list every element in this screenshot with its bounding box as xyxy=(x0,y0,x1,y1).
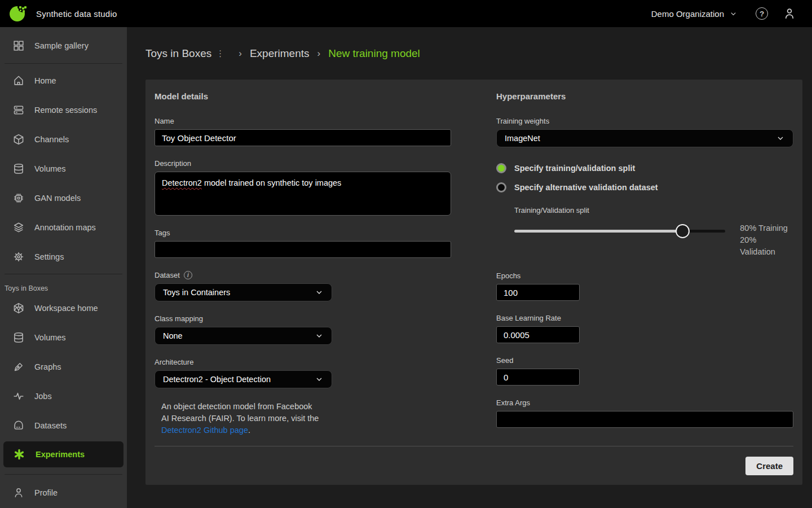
sidebar-item-label: Graphs xyxy=(34,362,61,371)
split-slider-thumb[interactable] xyxy=(676,224,690,238)
radio-alt-validation-option[interactable]: Specify alternative validation dataset xyxy=(496,182,793,192)
sidebar-item-experiments[interactable]: Experiments xyxy=(3,441,123,467)
gear-icon xyxy=(12,251,25,263)
sidebar-item-label: Experiments xyxy=(36,450,85,459)
split-slider[interactable] xyxy=(514,224,725,238)
architecture-selected-value: Detectron2 - Object Detection xyxy=(163,375,271,384)
breadcrumb: Toys in Boxes ⋮ › Experiments › New trai… xyxy=(145,27,802,80)
split-slider-label: Training/Validation split xyxy=(514,206,793,214)
sidebar-divider xyxy=(5,274,122,274)
server-icon xyxy=(12,104,25,116)
radio-label: Specify training/validation split xyxy=(514,164,635,173)
sidebar-item-settings[interactable]: Settings xyxy=(0,242,127,271)
name-label: Name xyxy=(155,117,451,125)
architecture-select[interactable]: Detectron2 - Object Detection xyxy=(155,370,332,388)
cube-icon xyxy=(12,133,25,146)
info-icon[interactable]: i xyxy=(184,271,192,279)
help-button[interactable]: ? xyxy=(756,7,768,20)
new-model-form-card: Model details Name Description Detectron… xyxy=(145,80,802,485)
description-label: Description xyxy=(155,159,451,168)
pen-nib-icon xyxy=(12,361,25,373)
sidebar-item-label: Sample gallery xyxy=(34,41,89,50)
breadcrumb-section[interactable]: Experiments xyxy=(250,47,310,60)
radio-selected-icon xyxy=(496,163,506,173)
seed-label: Seed xyxy=(496,356,793,365)
chevron-down-icon xyxy=(315,331,324,340)
seed-input[interactable] xyxy=(496,369,580,386)
sidebar-item-label: Jobs xyxy=(34,392,52,401)
architecture-help-prefix: An object detection model from Facebook … xyxy=(161,402,319,423)
description-text: model trained on synthetic toy images xyxy=(202,178,341,187)
sidebar-item-label: Settings xyxy=(34,252,64,261)
kebab-menu-icon[interactable]: ⋮ xyxy=(216,49,224,59)
workspace-section-label: Toys in Boxes xyxy=(0,277,127,294)
name-input[interactable] xyxy=(155,129,451,146)
epochs-label: Epochs xyxy=(496,271,793,280)
organization-dropdown[interactable]: Demo Organization xyxy=(651,9,738,19)
chevron-down-icon xyxy=(315,375,324,384)
extra-args-label: Extra Args xyxy=(496,398,793,407)
training-weights-select[interactable]: ImageNet xyxy=(496,129,793,147)
chevron-down-icon xyxy=(776,134,785,143)
description-misspelled-text: Detectron2 xyxy=(162,178,202,187)
dataset-select[interactable]: Toys in Containers xyxy=(155,283,332,301)
hyperparameters-heading: Hyperparameters xyxy=(496,91,793,101)
sidebar-item-label: Volumes xyxy=(34,333,66,342)
tags-label: Tags xyxy=(155,229,451,237)
sidebar-item-annotation-maps[interactable]: Annotation maps xyxy=(0,213,127,242)
architecture-help-text: An object detection model from Facebook … xyxy=(161,401,320,436)
sidebar-item-ws-volumes[interactable]: Volumes xyxy=(0,323,127,352)
sidebar-item-gan-models[interactable]: GAN models xyxy=(0,183,127,213)
sidebar-item-sample-gallery[interactable]: Sample gallery xyxy=(0,30,127,61)
sidebar-item-channels[interactable]: Channels xyxy=(0,125,127,154)
sidebar-item-label: Workspace home xyxy=(34,304,98,313)
sidebar-item-label: Profile xyxy=(34,488,58,497)
training-percent-label: 80% Training xyxy=(740,222,793,234)
user-menu-button[interactable] xyxy=(783,7,796,20)
app-title: Synthetic data studio xyxy=(36,9,117,19)
tags-input[interactable] xyxy=(155,241,451,258)
radio-split-option[interactable]: Specify training/validation split xyxy=(496,163,793,173)
create-button[interactable]: Create xyxy=(745,457,793,475)
sidebar-item-label: Volumes xyxy=(34,164,66,173)
breadcrumb-separator: › xyxy=(317,48,321,59)
dataset-selected-value: Toys in Containers xyxy=(163,288,230,297)
sidebar-item-label: Datasets xyxy=(34,421,67,430)
detectron2-github-link[interactable]: Detectron2 Github page xyxy=(161,426,248,435)
sidebar-item-datasets[interactable]: Datasets xyxy=(0,411,127,440)
chevron-down-icon xyxy=(729,10,738,18)
base-learning-rate-input[interactable] xyxy=(496,326,580,343)
epochs-input[interactable] xyxy=(496,284,580,301)
sidebar-item-workspace-home[interactable]: Workspace home xyxy=(0,294,127,323)
database-icon xyxy=(12,163,25,175)
sidebar-item-remote-sessions[interactable]: Remote sessions xyxy=(0,95,127,125)
sidebar-item-graphs[interactable]: Graphs xyxy=(0,352,127,382)
split-slider-fill xyxy=(514,230,683,233)
sidebar-item-jobs[interactable]: Jobs xyxy=(0,382,127,411)
geodesic-icon xyxy=(12,302,25,314)
class-mapping-select[interactable]: None xyxy=(155,327,332,345)
validation-percent-label: 20% Validation xyxy=(740,234,793,258)
radio-unselected-icon xyxy=(496,182,506,192)
sidebar-item-label: Remote sessions xyxy=(34,106,97,115)
sidebar-item-label: Home xyxy=(34,76,56,85)
sidebar-item-label: Channels xyxy=(34,135,69,144)
extra-args-input[interactable] xyxy=(496,411,793,428)
sidebar-item-label: GAN models xyxy=(34,194,81,203)
sidebar-item-home[interactable]: Home xyxy=(0,66,127,95)
top-bar: Synthetic data studio Demo Organization … xyxy=(0,0,812,27)
drawer-icon xyxy=(12,419,25,432)
radio-label: Specify alternative validation dataset xyxy=(514,183,658,192)
training-weights-selected-value: ImageNet xyxy=(505,134,540,143)
sidebar-divider xyxy=(5,474,122,475)
breadcrumb-separator: › xyxy=(239,48,242,59)
description-textarea[interactable]: Detectron2 model trained on synthetic to… xyxy=(155,172,451,216)
asterisk-icon xyxy=(12,448,26,461)
breadcrumb-workspace[interactable]: Toys in Boxes xyxy=(145,47,211,60)
split-slider-values: 80% Training 20% Validation xyxy=(740,222,793,258)
sidebar-item-profile[interactable]: Profile xyxy=(0,478,127,507)
chevron-down-icon xyxy=(315,288,324,297)
sidebar-item-volumes[interactable]: Volumes xyxy=(0,154,127,183)
person-icon xyxy=(12,487,25,499)
database-icon xyxy=(12,331,25,344)
